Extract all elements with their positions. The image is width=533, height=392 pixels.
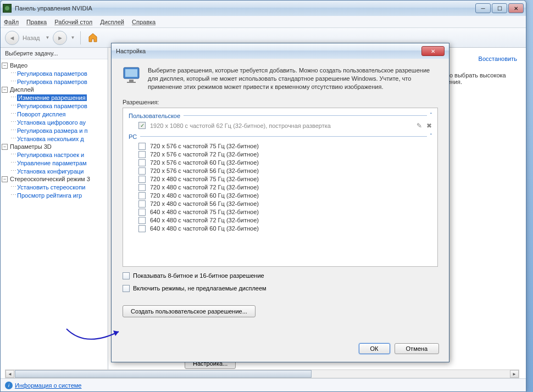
tree-item[interactable]: Регулировка параметров — [17, 79, 87, 85]
close-button[interactable]: ✕ — [508, 3, 524, 13]
group-line — [140, 136, 426, 137]
maximize-button[interactable]: ☐ — [492, 3, 507, 13]
scroll-track[interactable] — [312, 370, 510, 378]
tree-item[interactable]: Регулировка параметров — [17, 70, 87, 77]
resolution-checkbox[interactable] — [138, 225, 146, 232]
resolution-checkbox[interactable] — [138, 217, 146, 224]
home-icon[interactable] — [86, 31, 99, 44]
task-sidebar: Выберите задачу... −Видео⋯Регулировка па… — [1, 48, 108, 378]
tree-item[interactable]: Установка нескольких д — [17, 136, 84, 142]
include-modes-checkbox[interactable] — [123, 285, 130, 292]
menu-help[interactable]: Справка — [132, 19, 156, 25]
resolution-checkbox[interactable] — [138, 151, 146, 158]
tree-item[interactable]: Регулировка настроек и — [17, 152, 84, 158]
resolution-label: 1920 x 1080 с частотой 62 Гц (32-битное)… — [150, 122, 331, 129]
group-pc-collapse[interactable]: ˆ — [430, 133, 432, 139]
toolbar-separator — [80, 31, 81, 44]
tree-item[interactable]: Регулировка размера и п — [17, 127, 87, 134]
dialog-close-button[interactable]: ✕ — [421, 46, 445, 56]
scroll-right-button[interactable]: ► — [510, 370, 519, 378]
delete-icon[interactable]: ✖ — [426, 122, 432, 130]
resolution-item[interactable]: 640 x 480 с частотой 60 Гц (32-битное) — [129, 225, 432, 233]
resolutions-listbox[interactable]: Пользовательское ˆ 1920 x 1080 с частото… — [123, 108, 438, 267]
status-bar: i Информация о системе — [1, 378, 526, 391]
tree-item[interactable]: Установка цифрового ау — [17, 119, 86, 126]
resolution-item[interactable]: 720 x 480 с частотой 56 Гц (32-битное) — [129, 200, 432, 208]
svg-rect-2 — [129, 80, 134, 82]
resolution-label: 640 x 480 с частотой 75 Гц (32-битное) — [150, 209, 259, 215]
show-8-16-bit-checkbox[interactable] — [123, 272, 130, 279]
tree-category[interactable]: Стереоскопический режим 3 — [10, 176, 90, 182]
resolution-checkbox[interactable] — [138, 167, 146, 175]
resolution-item[interactable]: 720 x 576 с частотой 60 Гц (32-битное) — [129, 159, 432, 167]
nvidia-icon — [3, 4, 12, 13]
group-custom-title: Пользовательское — [129, 113, 180, 119]
resolution-label: 720 x 480 с частотой 72 Гц (32-битное) — [150, 184, 259, 191]
ok-button[interactable]: ОК — [359, 343, 390, 354]
back-button[interactable]: ◄ — [5, 31, 19, 45]
scroll-left-button[interactable]: ◄ — [5, 370, 14, 378]
resolution-item[interactable]: 640 x 480 с частотой 75 Гц (32-битное) — [129, 208, 432, 216]
resolution-checkbox[interactable] — [138, 176, 146, 183]
sidebar-header: Выберите задачу... — [1, 48, 108, 59]
resolution-item[interactable]: 720 x 576 с частотой 72 Гц (32-битное) — [129, 150, 432, 159]
task-tree: −Видео⋯Регулировка параметров⋯Регулировк… — [1, 59, 108, 201]
resolution-checkbox[interactable] — [138, 143, 146, 150]
resolution-label: 720 x 480 с частотой 60 Гц (32-битное) — [150, 192, 259, 199]
resolution-label: 720 x 576 с частотой 75 Гц (32-битное) — [150, 143, 259, 149]
resolutions-label: Разрешения: — [123, 99, 438, 105]
horizontal-scrollbar[interactable]: ◄ ► — [5, 369, 519, 378]
group-pc-title: PC — [129, 133, 137, 140]
tree-item[interactable]: Управление параметрам — [17, 160, 87, 166]
resolution-item[interactable]: 720 x 480 с частотой 75 Гц (32-битное) — [129, 175, 432, 183]
menu-display[interactable]: Дисплей — [100, 19, 124, 25]
forward-dropdown[interactable]: ▼ — [70, 35, 75, 40]
resolution-checkbox[interactable] — [138, 184, 146, 191]
tree-category[interactable]: Видео — [10, 62, 27, 69]
resolution-label: 720 x 576 с частотой 72 Гц (32-битное) — [150, 151, 259, 158]
tree-toggle[interactable]: − — [2, 176, 8, 182]
tree-item[interactable]: Просмотр рейтинга игр — [17, 192, 82, 199]
resolution-checkbox[interactable] — [138, 192, 146, 199]
tree-item[interactable]: Регулировка параметров — [17, 103, 87, 109]
menu-desktop[interactable]: Рабочий стол — [54, 19, 92, 25]
edit-icon[interactable]: ✎ — [417, 122, 422, 130]
resolution-item[interactable]: 720 x 576 с частотой 56 Гц (32-битное) — [129, 167, 432, 175]
tree-category[interactable]: Параметры 3D — [10, 143, 52, 150]
dialog-title-bar[interactable]: Настройка ✕ — [112, 43, 449, 59]
svg-rect-3 — [127, 82, 136, 83]
create-custom-resolution-button[interactable]: Создать пользовательское разрешение... — [123, 305, 256, 317]
tree-toggle[interactable]: − — [2, 144, 8, 150]
system-info-link[interactable]: Информация о системе — [15, 382, 81, 389]
restore-link[interactable]: Восстановить — [479, 55, 517, 62]
scroll-thumb[interactable] — [15, 370, 312, 378]
tree-item[interactable]: Изменение разрешения — [17, 94, 87, 101]
cancel-button[interactable]: Отмена — [395, 343, 439, 354]
tree-category[interactable]: Дисплей — [10, 86, 34, 93]
menu-edit[interactable]: Правка — [26, 19, 47, 25]
resolution-checkbox[interactable] — [138, 209, 146, 216]
resolution-checkbox[interactable] — [138, 122, 146, 129]
tree-item[interactable]: Установить стереоскопи — [17, 184, 85, 191]
resolution-checkbox[interactable] — [138, 159, 146, 166]
tree-toggle[interactable]: − — [2, 87, 8, 93]
resolution-item[interactable]: 1920 x 1080 с частотой 62 Гц (32-битное)… — [129, 121, 432, 130]
tree-item[interactable]: Установка конфигураци — [17, 168, 84, 175]
back-dropdown[interactable]: ▼ — [46, 35, 50, 40]
tree-toggle[interactable]: − — [2, 63, 8, 69]
window-title: Панель управления NVIDIA — [15, 5, 475, 12]
resolution-item[interactable]: 640 x 480 с частотой 72 Гц (32-битное) — [129, 216, 432, 225]
title-bar[interactable]: Панель управления NVIDIA ─ ☐ ✕ — [1, 1, 526, 16]
group-custom-collapse[interactable]: ˆ — [430, 113, 432, 119]
include-modes-label: Включить режимы, не предлагаемые дисплее… — [133, 285, 266, 292]
resolution-label: 720 x 480 с частотой 56 Гц (32-битное) — [150, 200, 259, 207]
resolution-item[interactable]: 720 x 480 с частотой 60 Гц (32-битное) — [129, 192, 432, 200]
minimize-button[interactable]: ─ — [475, 3, 491, 13]
tree-item[interactable]: Поворот дисплея — [17, 111, 65, 117]
resolution-checkbox[interactable] — [138, 200, 146, 208]
forward-button[interactable]: ► — [53, 31, 67, 45]
menu-file[interactable]: Файл — [4, 19, 19, 25]
resolution-item[interactable]: 720 x 576 с частотой 75 Гц (32-битное) — [129, 142, 432, 150]
group-line — [184, 115, 427, 116]
resolution-item[interactable]: 720 x 480 с частотой 72 Гц (32-битное) — [129, 183, 432, 192]
